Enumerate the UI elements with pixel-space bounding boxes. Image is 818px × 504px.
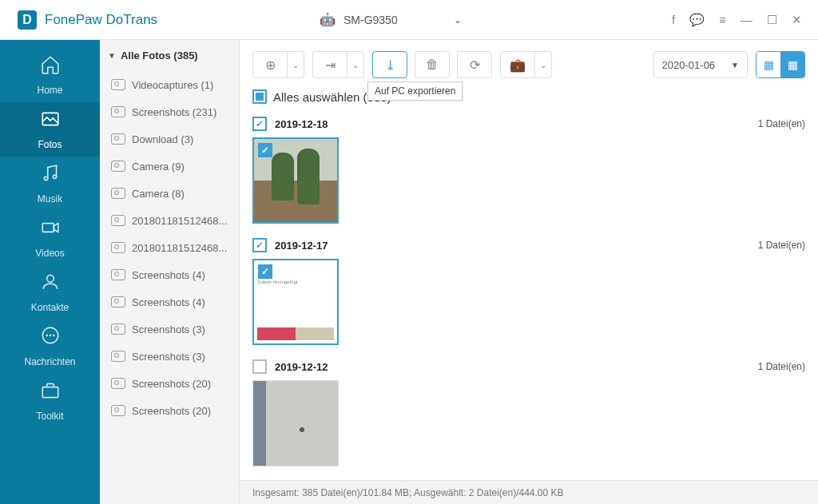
nav-label: Home xyxy=(37,85,62,96)
album-row[interactable]: Camera (8) xyxy=(100,180,239,207)
album-label: Screenshots (20) xyxy=(132,378,211,390)
sidebar-item-home[interactable]: Home xyxy=(0,48,100,102)
photo-icon xyxy=(40,109,61,134)
thumb-checkbox[interactable]: ✓ xyxy=(258,264,272,279)
main-layout: Home Fotos Musik Videos Kontakte Nachric… xyxy=(0,40,818,504)
photo-thumbnail[interactable]: ✓AlbenTitelZuletzt hinzugefügt xyxy=(252,259,339,345)
titlebar: D FonePaw DoTrans 🤖 SM-G9350 ⌄ f 💬 ≡ — ☐… xyxy=(0,0,818,40)
folder-button[interactable]: 💼 xyxy=(500,51,535,78)
date-label: 2019-12-12 xyxy=(275,361,328,373)
feedback-icon[interactable]: 💬 xyxy=(689,13,705,27)
photo-groups[interactable]: 2019-12-181 Datei(en)✓2019-12-171 Datei(… xyxy=(240,113,818,480)
minimize-icon[interactable]: — xyxy=(741,13,752,26)
album-label: Screenshots (3) xyxy=(132,351,205,363)
to-device-button[interactable]: ⇥ xyxy=(312,51,347,78)
to-device-dropdown[interactable]: ⌄ xyxy=(347,51,364,78)
album-row[interactable]: Screenshots (20) xyxy=(100,397,239,424)
photo-thumbnail[interactable] xyxy=(252,380,339,466)
svg-point-2 xyxy=(53,175,56,178)
sidebar-item-videos[interactable]: Videos xyxy=(0,211,100,265)
facebook-icon[interactable]: f xyxy=(672,13,675,26)
date-checkbox[interactable] xyxy=(252,238,267,252)
view-grid-large[interactable]: ▦ xyxy=(756,52,780,77)
logo-area: D FonePaw DoTrans xyxy=(0,10,240,30)
album-list-header[interactable]: ▼ Alle Fotos (385) xyxy=(100,40,239,71)
album-row[interactable]: 201801181512468... xyxy=(100,234,239,261)
refresh-button[interactable]: ⟳ xyxy=(457,51,492,78)
maximize-icon[interactable]: ☐ xyxy=(767,13,777,27)
export-tooltip: Auf PC exportieren xyxy=(367,81,463,101)
menu-icon[interactable]: ≡ xyxy=(719,13,726,26)
add-button[interactable]: ⊕ xyxy=(252,51,288,78)
nav-label: Fotos xyxy=(38,139,62,150)
messages-icon xyxy=(40,326,61,351)
album-label: Screenshots (20) xyxy=(132,405,211,417)
toolkit-icon xyxy=(40,380,61,406)
svg-point-1 xyxy=(44,177,47,180)
album-label: Screenshots (3) xyxy=(132,323,205,335)
date-checkbox[interactable] xyxy=(252,359,267,374)
album-row[interactable]: Videocaptures (1) xyxy=(100,71,239,98)
album-row[interactable]: Screenshots (231) xyxy=(100,98,239,125)
svg-rect-9 xyxy=(42,387,58,398)
device-name: SM-G9350 xyxy=(343,14,398,26)
view-toggle: ▦ ▦ xyxy=(756,51,805,78)
album-icon xyxy=(111,215,125,226)
view-grid-small[interactable]: ▦ xyxy=(780,52,804,77)
folder-dropdown[interactable]: ⌄ xyxy=(534,51,552,78)
album-icon xyxy=(111,405,125,416)
date-count: 1 Datei(en) xyxy=(758,240,805,251)
album-label: Screenshots (4) xyxy=(132,269,205,281)
date-filter[interactable]: 2020-01-06 ▼ xyxy=(653,51,748,78)
content-area: ⊕ ⌄ ⇥ ⌄ ⤓ 🗑 ⟳ 💼 ⌄ 2020-01-06 ▼ ▦ ▦ xyxy=(240,40,818,504)
album-row[interactable]: Screenshots (4) xyxy=(100,261,239,288)
window-controls: f 💬 ≡ — ☐ ✕ xyxy=(672,13,818,27)
nav-label: Musik xyxy=(38,193,62,204)
status-bar: Insgesamt: 385 Datei(en)/101.84 MB; Ausg… xyxy=(240,480,818,504)
album-icon xyxy=(111,269,125,280)
album-row[interactable]: Screenshots (20) xyxy=(100,370,239,397)
album-row[interactable]: Download (3) xyxy=(100,125,239,153)
album-label: Screenshots (231) xyxy=(132,106,216,118)
album-label: Screenshots (4) xyxy=(132,296,205,308)
select-all-checkbox[interactable] xyxy=(252,89,267,104)
photo-thumbnail[interactable]: ✓ xyxy=(252,137,339,224)
album-icon xyxy=(111,161,125,172)
album-row[interactable]: 201801181512468... xyxy=(100,207,239,234)
select-all-row: Alles auswählen (385) xyxy=(240,86,818,113)
sidebar-item-musik[interactable]: Musik xyxy=(0,157,100,211)
music-icon xyxy=(40,163,61,189)
close-icon[interactable]: ✕ xyxy=(792,13,802,27)
delete-button[interactable]: 🗑 xyxy=(415,51,450,78)
album-label: 201801181512468... xyxy=(132,242,227,254)
album-label: Videocaptures (1) xyxy=(132,79,213,91)
sidebar-item-nachrichten[interactable]: Nachrichten xyxy=(0,319,100,374)
thumb-checkbox[interactable]: ✓ xyxy=(258,143,272,157)
album-row[interactable]: Screenshots (3) xyxy=(100,343,239,370)
album-icon xyxy=(111,79,125,90)
date-header: 2019-12-121 Datei(en) xyxy=(252,356,805,380)
album-row[interactable]: Screenshots (4) xyxy=(100,288,239,315)
status-text: Insgesamt: 385 Datei(en)/101.84 MB; Ausg… xyxy=(252,487,564,498)
album-row[interactable]: Screenshots (3) xyxy=(100,315,239,343)
svg-rect-3 xyxy=(42,224,54,232)
device-selector[interactable]: 🤖 SM-G9350 ⌄ xyxy=(320,12,462,27)
chevron-down-icon: ⌄ xyxy=(454,14,462,26)
export-pc-button[interactable]: ⤓ xyxy=(372,51,407,78)
svg-point-4 xyxy=(46,275,54,282)
album-icon xyxy=(111,188,125,199)
date-filter-value: 2020-01-06 xyxy=(662,59,716,71)
sidebar-item-kontakte[interactable]: Kontakte xyxy=(0,265,100,319)
thumb-row xyxy=(252,380,805,466)
album-label: Download (3) xyxy=(132,133,193,145)
date-section: 2019-12-121 Datei(en) xyxy=(252,356,805,466)
date-header: 2019-12-171 Datei(en) xyxy=(252,235,805,259)
date-checkbox[interactable] xyxy=(252,117,267,131)
album-row[interactable]: Camera (9) xyxy=(100,153,239,180)
add-dropdown[interactable]: ⌄ xyxy=(287,51,304,78)
date-count: 1 Datei(en) xyxy=(758,361,805,372)
sidebar-item-fotos[interactable]: Fotos xyxy=(0,102,100,157)
sidebar-item-toolkit[interactable]: Toolkit xyxy=(0,374,100,428)
nav-label: Nachrichten xyxy=(24,356,75,367)
date-section: 2019-12-181 Datei(en)✓ xyxy=(252,113,805,224)
